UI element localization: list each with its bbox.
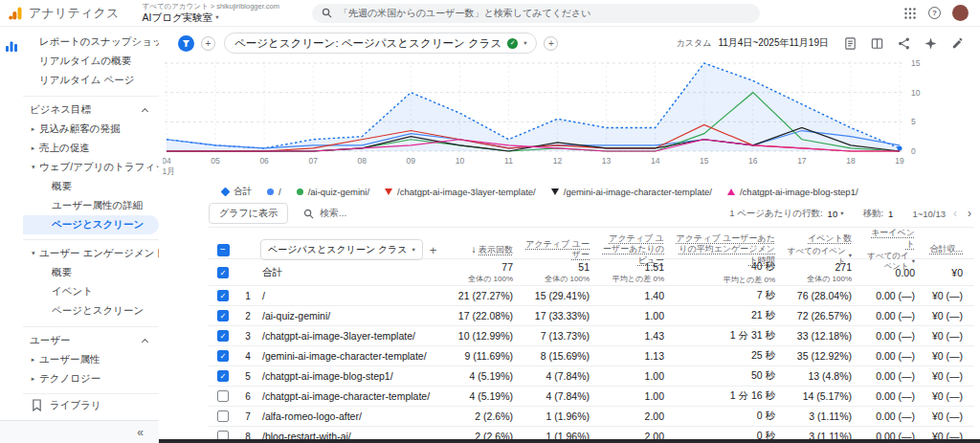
sidebar-item[interactable]: ▸テクノロジー — [23, 369, 159, 388]
row-checkbox[interactable] — [217, 410, 229, 422]
sidebar-item-selected[interactable]: ページとスクリーン — [23, 215, 159, 234]
page-path-cell[interactable]: /alfa-romeo-logo-after/ — [258, 410, 444, 422]
total-row-checkbox[interactable]: ✓ — [217, 267, 229, 278]
sidebar-item[interactable]: ▸ユーザー属性 — [23, 350, 159, 369]
collapse-sidebar-icon[interactable]: « — [137, 426, 144, 439]
row-checkbox[interactable]: ✓ — [217, 350, 229, 362]
legend-item[interactable]: /gemini-ai-image-character-template/ — [551, 187, 712, 197]
table-row[interactable]: ✓3/chatgpt-ai-image-3layer-template/10 (… — [209, 326, 974, 346]
legend-item[interactable]: /ai-quiz-gemini/ — [297, 187, 369, 197]
cell-revenue: ¥0 (—) — [926, 310, 974, 321]
sidebar-item-label: ページとスクリーン — [52, 218, 144, 232]
row-checkbox[interactable]: ✓ — [217, 290, 229, 301]
row-checkbox[interactable]: ✓ — [217, 310, 229, 321]
table-row[interactable]: ✓4/gemini-ai-image-character-template/9 … — [209, 346, 974, 366]
add-report-button[interactable]: + — [544, 36, 558, 51]
sidebar-item[interactable]: ▸ウェブ/アプリのトラフィック... — [23, 158, 159, 177]
sidebar-item[interactable]: ▸ユーザー エンゲージメントと... — [23, 239, 159, 263]
legend-item[interactable]: / — [267, 187, 281, 197]
sidebar-collapse-bar[interactable]: « — [0, 420, 159, 443]
apps-grid-icon[interactable] — [903, 7, 917, 20]
chevron-expanded-icon[interactable]: ▸ — [30, 248, 37, 260]
page-path-cell[interactable]: /ai-quiz-gemini/ — [258, 310, 444, 321]
cell-views-per-user: 1.40 — [601, 290, 676, 301]
next-page-button[interactable]: › — [965, 207, 974, 220]
edit-pencil-icon[interactable] — [950, 36, 965, 51]
column-header-views[interactable]: ↓ 表示回数 — [444, 243, 524, 256]
sidebar-item[interactable]: ▸見込み顧客の発掘 — [23, 120, 159, 139]
legend-item[interactable]: /chatgpt-ai-image-blog-step1/ — [727, 187, 858, 197]
select-all-checkbox[interactable]: − — [217, 244, 230, 256]
sidebar-item[interactable]: ページとスクリーン — [23, 301, 159, 321]
chevron-expanded-icon[interactable]: ▸ — [30, 162, 37, 174]
plot-rows-button[interactable]: グラフに表示 — [209, 203, 288, 224]
table-row[interactable]: ✓5/chatgpt-ai-image-blog-step1/4 (5.19%)… — [209, 366, 974, 387]
page-path-cell[interactable]: /chatgpt-ai-image-blog-step1/ — [258, 370, 444, 382]
table-row[interactable]: ✓2/ai-quiz-gemini/17 (22.08%)17 (33.33%)… — [209, 306, 974, 326]
share-icon[interactable] — [897, 36, 911, 51]
compare-columns-icon[interactable] — [870, 36, 884, 51]
insights-sparkle-icon[interactable] — [924, 36, 938, 51]
bottom-edge-bar — [159, 439, 980, 443]
product-name: アナリティクス — [29, 5, 120, 22]
sidebar-item[interactable]: ▸売上の促進 — [23, 139, 159, 158]
page-path-cell[interactable]: / — [258, 290, 444, 301]
date-range-selector[interactable]: 11月4日~2025年11月19日 — [718, 36, 829, 50]
row-checkbox[interactable]: ✓ — [217, 370, 229, 382]
page-path-cell[interactable]: /gemini-ai-image-character-template/ — [258, 350, 444, 362]
prev-page-button[interactable]: ‹ — [950, 207, 960, 220]
avatar[interactable] — [952, 5, 969, 21]
goto-page-value[interactable]: 1 — [888, 209, 893, 219]
sidebar-item[interactable]: 概要 — [23, 177, 159, 196]
sidebar-section-header[interactable]: ビジネス目標 — [23, 96, 159, 120]
report-title-chip[interactable]: ページとスクリーン: ページパスとスクリーン クラス ✓ ▾ — [224, 33, 537, 54]
traffic-line-chart[interactable]: 0510150411月05060708091011121314151617181… — [163, 58, 947, 179]
sidebar-item-label: 概要 — [52, 180, 72, 193]
legend-label: /gemini-ai-image-character-template/ — [564, 187, 712, 197]
svg-text:18: 18 — [846, 156, 856, 166]
sidebar-item[interactable]: ▸レポートのスナップショット — [23, 33, 159, 52]
sidebar-item[interactable]: ユーザー属性の詳細 — [23, 196, 159, 215]
sidebar-item-library[interactable]: ライブラリ — [23, 393, 159, 416]
cell-key-events: 0.00 (—) — [863, 370, 926, 382]
sidebar-section-header[interactable]: ユーザー — [23, 326, 159, 350]
svg-text:11月: 11月 — [163, 166, 175, 176]
column-header-key-events[interactable]: キーイベント すべてのイベント▾ — [863, 228, 926, 272]
row-checkbox[interactable] — [217, 390, 229, 402]
page-path-cell[interactable]: /chatgpt-ai-image-3layer-template/ — [258, 330, 444, 342]
svg-text:17: 17 — [797, 156, 807, 166]
add-comparison-button[interactable]: + — [201, 36, 215, 51]
notes-icon[interactable] — [843, 36, 858, 51]
rows-per-page-select[interactable]: 10▾ — [828, 209, 844, 219]
column-header-active-users[interactable]: アクティブ ユーザー — [524, 239, 601, 261]
reports-icon[interactable] — [4, 38, 19, 54]
comparison-chip-icon[interactable] — [178, 35, 194, 52]
add-dimension-button[interactable]: + — [430, 243, 437, 257]
dimension-selector[interactable]: ページパスとスクリーン クラス▾ — [260, 239, 423, 260]
chevron-collapsed-icon[interactable]: ▸ — [27, 125, 39, 133]
cell-engagement: 21 秒 — [676, 309, 787, 322]
global-search-input[interactable]: 「先週の米国からのユーザー数」と検索してみてください — [312, 4, 760, 23]
legend-item[interactable]: 合計 — [222, 186, 252, 198]
sidebar-item[interactable]: ▸リアルタイムの概要 — [23, 52, 159, 71]
column-header-revenue[interactable]: 合計収... — [926, 244, 974, 255]
sidebar-item[interactable]: イベント — [23, 282, 159, 301]
table-total-row: ✓ 合計 77全体の 100% 51全体の 100% 1.51平均との差 0% … — [209, 259, 974, 286]
table-row[interactable]: 7/alfa-romeo-logo-after/2 (2.6%)1 (1.96%… — [209, 407, 974, 427]
chevron-up-icon — [142, 339, 148, 345]
table-row[interactable]: ✓1/21 (27.27%)15 (29.41%)1.407 秒76 (28.0… — [209, 286, 974, 306]
table-row[interactable]: 6/chatgpt-ai-image-character-template/4 … — [209, 387, 974, 407]
table-search-input[interactable]: 検索... — [303, 207, 346, 220]
legend-item[interactable]: /chatgpt-ai-image-3layer-template/ — [385, 187, 536, 197]
row-checkbox[interactable]: ✓ — [217, 330, 229, 342]
sidebar-item[interactable]: ▸リアルタイム ページ — [23, 71, 159, 90]
page-path-cell[interactable]: /chatgpt-ai-image-character-template/ — [258, 390, 444, 402]
cell-revenue: ¥0 (—) — [926, 290, 974, 301]
chevron-collapsed-icon[interactable]: ▸ — [27, 144, 39, 152]
account-switcher[interactable]: すべてのアカウント > shikujiriblogger.com AIブログ実験… — [143, 3, 280, 23]
chevron-collapsed-icon[interactable]: ▸ — [27, 356, 39, 364]
chevron-collapsed-icon[interactable]: ▸ — [27, 375, 39, 383]
help-icon[interactable]: ? — [928, 7, 941, 19]
sidebar-item[interactable]: 概要 — [23, 263, 159, 282]
svg-text:08: 08 — [358, 156, 368, 166]
